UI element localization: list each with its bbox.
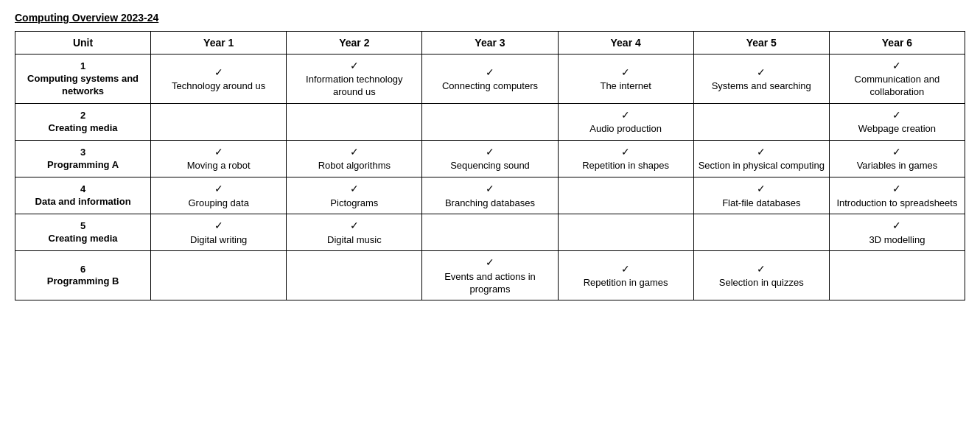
cell-row1-year6: ✓Communication and collaboration [829,54,965,104]
check-mark: ✓ [290,219,419,232]
cell-row4-year3: ✓Branching databases [422,177,558,214]
cell-text: Moving a robot [187,160,251,171]
table-row: 2Creating media✓Audio production✓Webpage… [15,104,965,141]
check-mark: ✓ [425,66,554,79]
cell-text: Information technology around us [306,74,403,97]
cell-text: Grouping data [189,197,249,208]
unit-cell-1: 1Computing systems and networks [15,54,151,104]
cell-row6-year4: ✓Repetition in games [558,251,693,300]
cell-text: Events and actions in programs [444,271,536,295]
cell-row3-year5: ✓Section in physical computing [693,141,829,177]
cell-row6-year5: ✓Selection in quizzes [693,251,829,300]
check-mark: ✓ [833,59,962,72]
cell-text: Systems and searching [712,80,811,91]
cell-row5-year3 [422,214,558,251]
check-mark: ✓ [154,219,283,232]
cell-text: Variables in games [857,160,938,171]
cell-row3-year2: ✓Robot algorithms [287,141,422,177]
check-mark: ✓ [697,66,826,79]
check-mark: ✓ [561,145,690,158]
unit-cell-3: 3Programming A [15,141,151,177]
cell-row5-year4 [558,214,693,251]
header-year6: Year 6 [829,32,965,54]
cell-text: 3D modelling [869,234,925,245]
cell-row2-year1 [151,104,287,141]
cell-text: Pictograms [330,197,378,208]
cell-row5-year2: ✓Digital music [287,214,422,251]
unit-cell-5: 5Creating media [15,214,151,251]
cell-row3-year6: ✓Variables in games [829,141,965,177]
table-row: 1Computing systems and networks✓Technolo… [15,54,965,104]
table-row: 5Creating media✓Digital writing✓Digital … [15,214,965,251]
cell-text: Repetition in shapes [582,160,669,171]
cell-text: Digital music [327,234,382,245]
unit-cell-4: 4Data and information [15,177,151,214]
table-row: 6Programming B✓Events and actions in pro… [15,251,965,300]
cell-row6-year6 [829,251,965,300]
check-mark: ✓ [697,145,826,158]
cell-row4-year6: ✓Introduction to spreadsheets [829,177,965,214]
cell-row3-year3: ✓Sequencing sound [422,141,558,177]
check-mark: ✓ [425,256,554,269]
cell-text: Digital writing [190,234,247,245]
cell-text: Robot algorithms [318,160,391,171]
cell-row4-year1: ✓Grouping data [151,177,287,214]
cell-row1-year2: ✓Information technology around us [287,54,422,104]
cell-row1-year1: ✓Technology around us [151,54,287,104]
header-year3: Year 3 [422,32,558,54]
header-year5: Year 5 [693,32,829,54]
check-mark: ✓ [290,59,419,72]
check-mark: ✓ [697,182,826,195]
check-mark: ✓ [425,145,554,158]
cell-row2-year4: ✓Audio production [558,104,693,141]
check-mark: ✓ [290,182,419,195]
cell-text: Webpage creation [858,123,936,134]
cell-text: Selection in quizzes [719,277,804,288]
cell-row6-year3: ✓Events and actions in programs [422,251,558,300]
cell-text: Section in physical computing [699,160,825,171]
cell-text: The internet [600,80,651,91]
check-mark: ✓ [154,145,283,158]
cell-text: Repetition in games [584,277,668,288]
cell-text: Communication and collaboration [855,74,940,97]
cell-row2-year6: ✓Webpage creation [829,104,965,141]
cell-row2-year5 [693,104,829,141]
cell-row2-year2 [287,104,422,141]
cell-row4-year2: ✓Pictograms [287,177,422,214]
cell-row1-year3: ✓Connecting computers [422,54,558,104]
cell-row6-year2 [287,251,422,300]
cell-row2-year3 [422,104,558,141]
check-mark: ✓ [833,108,962,122]
check-mark: ✓ [561,108,690,122]
cell-text: Branching databases [445,197,535,208]
check-mark: ✓ [290,145,419,158]
check-mark: ✓ [833,182,962,195]
check-mark: ✓ [561,66,690,79]
header-year4: Year 4 [558,32,693,54]
table-row: 3Programming A✓Moving a robot✓Robot algo… [15,141,965,177]
check-mark: ✓ [154,66,283,79]
overview-table: Unit Year 1 Year 2 Year 3 Year 4 Year 5 … [15,31,965,300]
header-unit: Unit [15,32,151,54]
cell-text: Introduction to spreadsheets [836,197,957,208]
check-mark: ✓ [154,182,283,195]
check-mark: ✓ [833,145,962,158]
cell-text: Connecting computers [442,80,538,91]
cell-row4-year4 [558,177,693,214]
cell-text: Sequencing sound [450,160,530,171]
header-year1: Year 1 [151,32,287,54]
cell-row1-year4: ✓The internet [558,54,693,104]
cell-text: Flat-file databases [722,197,800,208]
cell-row6-year1 [151,251,287,300]
cell-row1-year5: ✓Systems and searching [693,54,829,104]
header-row: Unit Year 1 Year 2 Year 3 Year 4 Year 5 … [15,32,965,54]
check-mark: ✓ [697,262,826,275]
header-year2: Year 2 [287,32,422,54]
cell-row5-year1: ✓Digital writing [151,214,287,251]
cell-row3-year4: ✓Repetition in shapes [558,141,693,177]
cell-text: Audio production [589,123,662,134]
table-row: 4Data and information✓Grouping data✓Pict… [15,177,965,214]
cell-row4-year5: ✓Flat-file databases [693,177,829,214]
cell-text: Technology around us [172,80,265,91]
check-mark: ✓ [561,262,690,275]
